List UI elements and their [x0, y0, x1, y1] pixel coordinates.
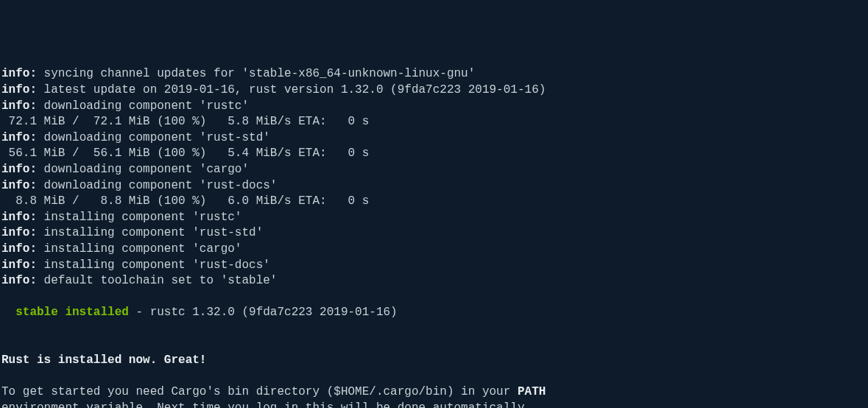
blank-line — [1, 289, 867, 306]
info-label: info: — [1, 83, 37, 96]
rustc-version: - rustc 1.32.0 (9fda7c223 2019-01-16) — [129, 306, 398, 319]
stable-installed-label: stable installed — [15, 306, 129, 319]
terminal-line: info: downloading component 'rustc' — [1, 99, 867, 115]
info-label: info: — [1, 67, 37, 80]
progress-text: 72.1 MiB / 72.1 MiB (100 %) 5.8 MiB/s ET… — [1, 115, 369, 128]
path-bold: PATH — [518, 385, 546, 398]
blank-line — [1, 321, 867, 337]
terminal-line: 8.8 MiB / 8.8 MiB (100 %) 6.0 MiB/s ETA:… — [1, 194, 867, 210]
info-text: default toolchain set to 'stable' — [37, 274, 277, 287]
terminal-line: 72.1 MiB / 72.1 MiB (100 %) 5.8 MiB/s ET… — [1, 114, 867, 130]
terminal-line: info: downloading component 'cargo' — [1, 162, 867, 178]
info-text: installing component 'rust-docs' — [37, 258, 270, 272]
info-label: info: — [1, 226, 37, 239]
info-label: info: — [1, 258, 37, 272]
info-text: installing component 'cargo' — [37, 242, 241, 256]
terminal-line: info: installing component 'rustc' — [1, 210, 867, 226]
install-status-line: stable installed - rustc 1.32.0 (9fda7c2… — [1, 305, 867, 321]
info-label: info: — [1, 274, 37, 287]
blank-line — [1, 337, 867, 353]
terminal-line: info: installing component 'rust-docs' — [1, 258, 867, 274]
info-text: downloading component 'rust-std' — [37, 131, 270, 144]
info-label: info: — [1, 179, 37, 192]
terminal-line: info: installing component 'cargo' — [1, 242, 867, 258]
info-label: info: — [1, 242, 37, 256]
progress-text: 56.1 MiB / 56.1 MiB (100 %) 5.4 MiB/s ET… — [1, 147, 369, 160]
info-label: info: — [1, 211, 37, 224]
info-text: downloading component 'rustc' — [37, 99, 249, 113]
info-text: downloading component 'cargo' — [37, 163, 249, 176]
terminal-line: info: downloading component 'rust-docs' — [1, 178, 867, 194]
env-instruction-line: environment variable. Next time you log … — [1, 401, 867, 408]
blank-line — [1, 369, 867, 385]
completion-heading-text: Rust is installed now. Great! — [1, 354, 206, 367]
terminal-line: info: default toolchain set to 'stable' — [1, 273, 867, 289]
info-text: installing component 'rustc' — [37, 211, 241, 224]
info-label: info: — [1, 163, 37, 176]
info-text: syncing channel updates for 'stable-x86_… — [37, 67, 475, 80]
terminal-line: info: latest update on 2019-01-16, rust … — [1, 82, 867, 99]
terminal-line: 56.1 MiB / 56.1 MiB (100 %) 5.4 MiB/s ET… — [1, 146, 867, 162]
info-label: info: — [1, 131, 37, 144]
info-text: downloading component 'rust-docs' — [37, 179, 277, 192]
terminal-line: info: syncing channel updates for 'stabl… — [1, 66, 867, 82]
terminal-output[interactable]: info: syncing channel updates for 'stabl… — [1, 66, 867, 408]
info-text: latest update on 2019-01-16, rust versio… — [37, 83, 546, 96]
terminal-line: info: downloading component 'rust-std' — [1, 130, 867, 147]
info-label: info: — [1, 99, 37, 113]
path-instruction-line: To get started you need Cargo's bin dire… — [1, 384, 867, 401]
completion-heading: Rust is installed now. Great! — [1, 353, 867, 369]
info-text: installing component 'rust-std' — [37, 226, 263, 239]
progress-text: 8.8 MiB / 8.8 MiB (100 %) 6.0 MiB/s ETA:… — [1, 194, 369, 208]
terminal-line: info: installing component 'rust-std' — [1, 225, 867, 242]
